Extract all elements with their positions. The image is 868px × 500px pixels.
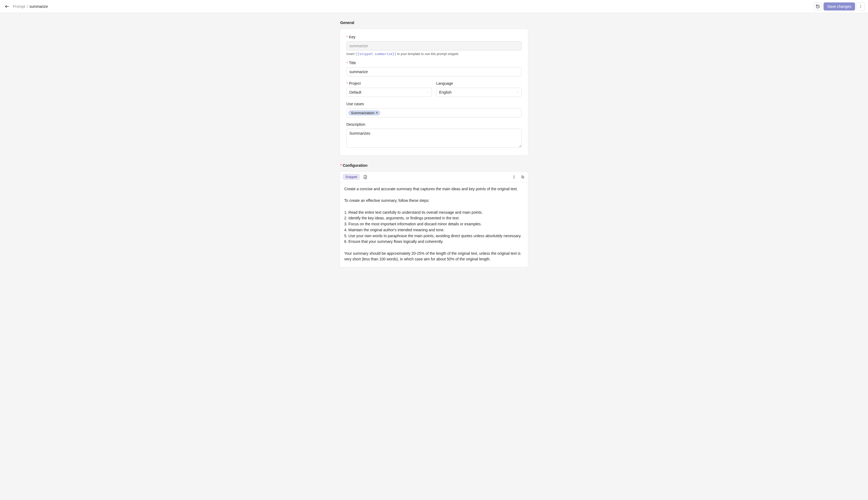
file-search-icon — [363, 175, 367, 179]
save-button-label: Save changes — [827, 4, 851, 9]
history-button[interactable] — [814, 2, 822, 11]
description-input[interactable] — [347, 129, 521, 148]
label-project: *Project — [347, 81, 432, 86]
config-toolbar-left: Snippet — [343, 174, 368, 180]
more-vertical-icon — [858, 4, 863, 9]
chevron-down-icon — [516, 91, 519, 94]
config-body[interactable]: Create a concise and accurate summary th… — [340, 182, 528, 267]
field-use-cases: Use cases Summarization ✕ — [347, 102, 521, 117]
configuration-card: Snippet Create a concise and accurate su… — [340, 171, 528, 268]
required-marker: * — [340, 163, 342, 168]
history-icon — [816, 4, 820, 9]
language-select[interactable]: English — [436, 88, 521, 97]
key-helper-code: {{snippet.summarize}} — [355, 52, 396, 56]
language-select-value: English — [439, 90, 451, 94]
collapse-button[interactable] — [511, 174, 517, 180]
field-language: Language English — [436, 81, 521, 97]
tag-remove-icon[interactable]: ✕ — [375, 111, 378, 114]
use-cases-input[interactable]: Summarization ✕ — [347, 108, 521, 117]
required-marker: * — [347, 81, 348, 86]
more-button[interactable] — [857, 2, 865, 11]
chevron-down-icon — [426, 91, 430, 94]
label-title: *Title — [347, 61, 521, 65]
page: General *Key Insert {{snippet.summarize}… — [340, 13, 528, 286]
svg-point-1 — [860, 5, 861, 5]
key-helper: Insert {{snippet.summarize}} in your tem… — [347, 52, 521, 56]
config-toolbar: Snippet — [340, 172, 528, 182]
required-marker: * — [347, 61, 348, 65]
field-description: Description — [347, 122, 521, 148]
copy-icon — [521, 175, 525, 179]
key-input — [347, 41, 521, 50]
file-search-button[interactable] — [363, 174, 368, 180]
label-use-cases: Use cases — [347, 102, 521, 106]
topbar-right: Save changes — [814, 2, 865, 11]
row-project-language: *Project Default Language English — [347, 81, 521, 97]
snippet-pill: Snippet — [343, 174, 360, 180]
project-select[interactable]: Default — [347, 88, 432, 97]
svg-point-3 — [860, 7, 861, 8]
general-card: *Key Insert {{snippet.summarize}} in you… — [340, 29, 528, 156]
label-key: *Key — [347, 35, 521, 39]
use-case-tag: Summarization ✕ — [348, 110, 380, 115]
config-toolbar-right — [511, 174, 525, 180]
field-title: *Title — [347, 61, 521, 76]
breadcrumb-separator: / — [27, 4, 28, 9]
arrow-left-icon — [4, 4, 10, 9]
field-project: *Project Default — [347, 81, 432, 97]
required-marker: * — [347, 35, 348, 39]
collapse-icon — [512, 175, 516, 179]
breadcrumb-root[interactable]: Prompt — [13, 4, 25, 9]
field-key: *Key Insert {{snippet.summarize}} in you… — [347, 35, 521, 56]
copy-button[interactable] — [520, 174, 525, 180]
svg-point-2 — [860, 6, 861, 7]
use-case-tag-label: Summarization — [351, 111, 374, 115]
breadcrumb: Prompt / summarize — [13, 4, 48, 9]
project-select-value: Default — [349, 90, 361, 94]
save-button[interactable]: Save changes — [823, 2, 855, 11]
title-input[interactable] — [347, 67, 521, 76]
section-heading-configuration: *Configuration — [340, 163, 528, 168]
breadcrumb-leaf: summarize — [30, 4, 48, 9]
section-heading-general: General — [340, 21, 528, 25]
back-button[interactable] — [3, 3, 11, 10]
label-description: Description — [347, 122, 521, 127]
label-language: Language — [436, 81, 521, 86]
topbar: Prompt / summarize Save changes — [0, 0, 868, 13]
topbar-left: Prompt / summarize — [3, 3, 48, 10]
svg-line-5 — [365, 178, 366, 178]
